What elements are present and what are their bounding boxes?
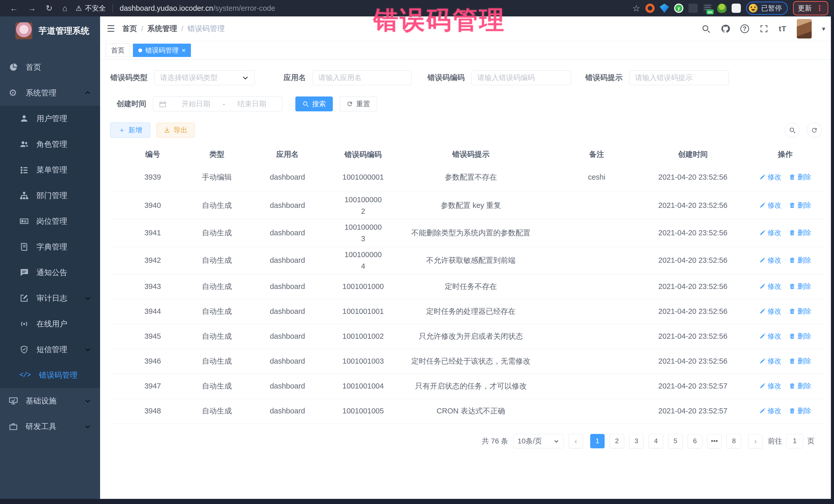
sidebar-item-1[interactable]: 角色管理 <box>0 131 100 157</box>
user-avatar[interactable] <box>797 19 812 39</box>
sidebar-item-7[interactable]: 审计日志 <box>0 285 100 311</box>
page-button-3[interactable]: 3 <box>629 434 643 448</box>
header-search-icon[interactable] <box>701 24 710 34</box>
avatar-caret-down-icon[interactable]: ▾ <box>822 25 825 33</box>
browser-forward-button[interactable]: → <box>24 4 40 13</box>
cell-app: dashboard <box>239 226 336 239</box>
search-button[interactable]: 搜索 <box>295 96 333 111</box>
fullscreen-icon[interactable] <box>759 24 769 34</box>
show-search-toggle-button[interactable] <box>785 123 799 137</box>
extension-icon-tampermonkey[interactable]: on <box>703 4 712 13</box>
reset-button[interactable]: 重置 <box>339 96 377 111</box>
sidebar-item-5[interactable]: 字典管理 <box>0 234 100 260</box>
security-warning[interactable]: ⚠ 不安全 <box>75 4 106 13</box>
app-name-input[interactable] <box>312 70 412 85</box>
tab-label: 错误码管理 <box>145 46 179 55</box>
browser-update-button[interactable]: 更新 ⋮ <box>793 1 828 15</box>
extension-icon-blue-gem[interactable] <box>660 4 669 13</box>
browser-back-button[interactable]: ← <box>6 4 22 13</box>
page-button-5[interactable]: 5 <box>668 434 683 448</box>
page-button-2[interactable]: 2 <box>610 434 624 448</box>
delete-link[interactable]: 删除 <box>789 356 811 366</box>
edit-link[interactable]: 修改 <box>759 356 782 366</box>
browser-home-button[interactable]: ⌂ <box>58 4 71 13</box>
delete-link[interactable]: 删除 <box>789 332 811 341</box>
cell-id: 3943 <box>110 280 195 293</box>
refresh-table-button[interactable] <box>807 123 822 137</box>
profile-paused-pill[interactable]: 已暂停 <box>746 2 788 15</box>
github-icon[interactable] <box>721 24 730 34</box>
delete-link[interactable]: 删除 <box>789 228 811 237</box>
sidebar-group-system[interactable]: ⚙ 系统管理 <box>0 80 100 106</box>
chevron-down-icon <box>84 346 91 353</box>
extensions-puzzle-icon[interactable] <box>731 4 741 13</box>
error-hint-input[interactable] <box>629 70 729 85</box>
tab-home[interactable]: 首页 <box>106 44 130 57</box>
edit-link[interactable]: 修改 <box>759 172 782 182</box>
breadcrumb-system[interactable]: 系统管理 <box>147 24 177 34</box>
export-button[interactable]: 导出 <box>156 123 195 137</box>
cell-code: 1001000001 <box>336 169 390 185</box>
goto-page-input[interactable] <box>786 434 803 448</box>
edit-link[interactable]: 修改 <box>759 381 782 391</box>
sidebar-item-8[interactable]: 在线用户 <box>0 311 100 337</box>
edit-link[interactable]: 修改 <box>759 332 782 341</box>
extension-icon-orange[interactable] <box>645 4 655 13</box>
sidebar-item-6[interactable]: 通知公告 <box>0 260 100 285</box>
sidebar-group-infra[interactable]: 基础设施 <box>0 388 100 414</box>
extension-icon-green[interactable] <box>717 4 726 13</box>
delete-link[interactable]: 删除 <box>789 172 811 182</box>
page-button-1[interactable]: 1 <box>590 434 605 448</box>
extension-icon-grid[interactable] <box>688 4 698 13</box>
edit-link[interactable]: 修改 <box>759 201 782 210</box>
sidebar-item-3[interactable]: 部门管理 <box>0 183 100 209</box>
sidebar-item-4[interactable]: 岗位管理 <box>0 209 100 234</box>
page-button-4[interactable]: 4 <box>649 434 663 448</box>
browser-menu-dots-icon[interactable]: ⋮ <box>816 4 824 12</box>
delete-link[interactable]: 删除 <box>789 406 811 415</box>
delete-link[interactable]: 删除 <box>789 307 811 316</box>
delete-link[interactable]: 删除 <box>789 282 811 291</box>
add-button[interactable]: ＋ 新增 <box>110 123 150 137</box>
edit-link[interactable]: 修改 <box>759 282 782 291</box>
cell-app: dashboard <box>239 380 336 392</box>
sidebar-item-home[interactable]: 首页 <box>0 54 100 80</box>
page-button-8[interactable]: 8 <box>727 434 741 448</box>
sidebar-item-0[interactable]: 用户管理 <box>0 106 100 131</box>
edit-link[interactable]: 修改 <box>759 406 782 415</box>
page-button-6[interactable]: 6 <box>688 434 702 448</box>
delete-link[interactable]: 删除 <box>789 256 811 265</box>
next-page-button[interactable]: › <box>748 434 763 448</box>
address-bar[interactable]: dashboard.yudao.iocoder.cn/system/error-… <box>119 4 275 13</box>
cell-id: 3946 <box>110 355 195 368</box>
bookmark-star-icon[interactable]: ☆ <box>633 3 640 13</box>
plus-icon: ＋ <box>118 126 125 135</box>
edit-link[interactable]: 修改 <box>759 256 782 265</box>
extension-icon-green-y[interactable]: y <box>674 4 683 13</box>
error-type-select[interactable]: 请选择错误码类型 <box>154 70 255 85</box>
sidebar-item-10[interactable]: </>错误码管理 <box>0 363 100 388</box>
cell-type: 自动生成 <box>195 404 239 418</box>
help-icon[interactable]: ? <box>740 24 749 33</box>
sidebar-group-devtool[interactable]: 研发工具 <box>0 414 100 439</box>
breadcrumb-home[interactable]: 首页 <box>122 24 137 34</box>
app-logo-row[interactable]: 芋道管理系统 <box>0 17 100 45</box>
font-size-icon[interactable]: tT <box>779 24 787 33</box>
close-icon[interactable]: × <box>182 47 185 53</box>
date-range-picker[interactable]: 开始日期 - 结束日期 <box>153 96 283 111</box>
error-code-input[interactable] <box>471 70 571 85</box>
browser-reload-button[interactable]: ↻ <box>42 3 57 13</box>
hamburger-icon[interactable]: ☰ <box>107 23 115 34</box>
delete-link[interactable]: 删除 <box>789 381 811 391</box>
prev-page-button[interactable]: ‹ <box>569 434 583 448</box>
edit-link[interactable]: 修改 <box>759 228 782 237</box>
sidebar-item-2[interactable]: 菜单管理 <box>0 157 100 183</box>
sidebar-item-9[interactable]: 短信管理 <box>0 337 100 363</box>
edit-link[interactable]: 修改 <box>759 307 782 316</box>
delete-link[interactable]: 删除 <box>789 201 811 210</box>
page-button-•••[interactable]: ••• <box>707 434 722 448</box>
tab-error-code[interactable]: 错误码管理 × <box>133 44 191 57</box>
page-size-select[interactable]: 10条/页 <box>513 434 564 448</box>
breadcrumb-separator: / <box>141 25 143 33</box>
cell-code: 1001000002 <box>336 192 390 219</box>
